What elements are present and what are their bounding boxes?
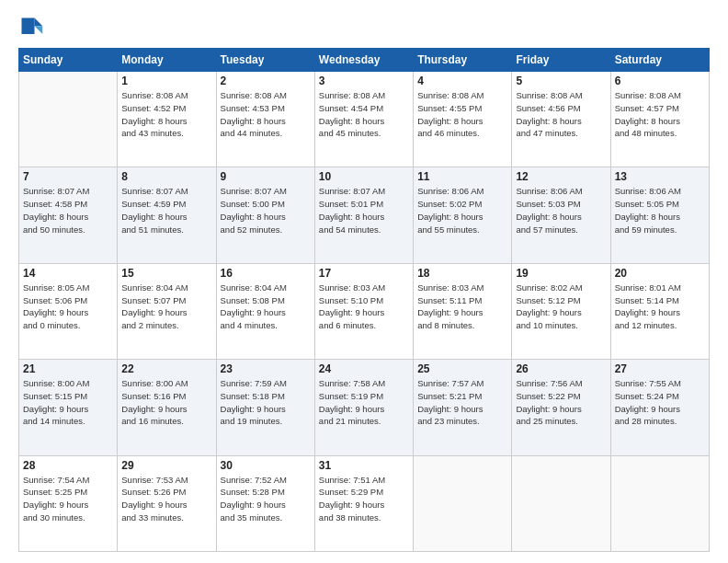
day-info: Sunrise: 8:08 AMSunset: 4:54 PMDaylight:…	[319, 89, 409, 140]
day-info: Sunrise: 8:08 AMSunset: 4:52 PMDaylight:…	[121, 89, 211, 140]
day-number: 21	[23, 362, 113, 375]
day-info: Sunrise: 8:07 AMSunset: 5:00 PMDaylight:…	[221, 185, 311, 236]
calendar-week-row: 1Sunrise: 8:08 AMSunset: 4:52 PMDaylight…	[19, 72, 710, 167]
day-number: 4	[417, 75, 507, 87]
calendar-cell: 25Sunrise: 7:57 AMSunset: 5:21 PMDayligh…	[414, 360, 512, 455]
day-number: 29	[121, 459, 211, 472]
calendar-cell: 26Sunrise: 7:56 AMSunset: 5:22 PMDayligh…	[512, 360, 610, 455]
day-number: 14	[23, 267, 113, 280]
calendar-table: SundayMondayTuesdayWednesdayThursdayFrid…	[18, 48, 710, 552]
calendar-cell: 27Sunrise: 7:55 AMSunset: 5:24 PMDayligh…	[610, 360, 709, 455]
calendar-cell	[610, 455, 709, 551]
calendar-week-row: 14Sunrise: 8:05 AMSunset: 5:06 PMDayligh…	[19, 263, 710, 359]
column-header-thursday: Thursday	[414, 49, 512, 72]
day-info: Sunrise: 7:57 AMSunset: 5:21 PMDaylight:…	[417, 377, 507, 428]
calendar-cell: 13Sunrise: 8:06 AMSunset: 5:05 PMDayligh…	[610, 167, 709, 263]
day-number: 16	[221, 267, 311, 280]
day-number: 24	[319, 362, 409, 375]
day-info: Sunrise: 8:07 AMSunset: 4:58 PMDaylight:…	[23, 185, 113, 236]
calendar-cell: 30Sunrise: 7:52 AMSunset: 5:28 PMDayligh…	[216, 455, 314, 551]
calendar-cell: 18Sunrise: 8:03 AMSunset: 5:11 PMDayligh…	[414, 263, 512, 359]
logo	[18, 15, 50, 40]
day-info: Sunrise: 8:08 AMSunset: 4:55 PMDaylight:…	[417, 89, 507, 140]
calendar-cell: 31Sunrise: 7:51 AMSunset: 5:29 PMDayligh…	[314, 455, 413, 551]
column-header-saturday: Saturday	[610, 49, 709, 72]
day-info: Sunrise: 8:03 AMSunset: 5:10 PMDaylight:…	[319, 282, 409, 332]
logo-icon	[18, 15, 44, 40]
column-header-wednesday: Wednesday	[314, 49, 413, 72]
calendar-cell: 14Sunrise: 8:05 AMSunset: 5:06 PMDayligh…	[19, 263, 118, 359]
day-info: Sunrise: 8:03 AMSunset: 5:11 PMDaylight:…	[417, 282, 507, 332]
day-info: Sunrise: 7:53 AMSunset: 5:26 PMDaylight:…	[121, 474, 211, 524]
calendar-week-row: 28Sunrise: 7:54 AMSunset: 5:25 PMDayligh…	[19, 455, 710, 551]
day-number: 15	[121, 267, 211, 280]
day-number: 8	[121, 170, 211, 183]
column-header-monday: Monday	[118, 49, 216, 72]
calendar-cell: 11Sunrise: 8:06 AMSunset: 5:02 PMDayligh…	[414, 167, 512, 263]
day-info: Sunrise: 7:51 AMSunset: 5:29 PMDaylight:…	[319, 474, 409, 524]
calendar-cell	[19, 72, 118, 167]
day-info: Sunrise: 7:59 AMSunset: 5:18 PMDaylight:…	[221, 377, 311, 428]
calendar-cell: 10Sunrise: 8:07 AMSunset: 5:01 PMDayligh…	[314, 167, 413, 263]
day-number: 11	[417, 170, 507, 183]
calendar-cell	[414, 455, 512, 551]
calendar-cell: 3Sunrise: 8:08 AMSunset: 4:54 PMDaylight…	[314, 72, 413, 167]
calendar-cell: 5Sunrise: 8:08 AMSunset: 4:56 PMDaylight…	[512, 72, 610, 167]
day-number: 17	[319, 267, 409, 280]
day-info: Sunrise: 8:01 AMSunset: 5:14 PMDaylight:…	[615, 282, 705, 332]
day-info: Sunrise: 8:04 AMSunset: 5:07 PMDaylight:…	[121, 282, 211, 332]
day-info: Sunrise: 8:07 AMSunset: 5:01 PMDaylight:…	[319, 185, 409, 236]
calendar-cell: 21Sunrise: 8:00 AMSunset: 5:15 PMDayligh…	[19, 360, 118, 455]
day-info: Sunrise: 8:06 AMSunset: 5:02 PMDaylight:…	[417, 185, 507, 236]
day-number: 27	[615, 362, 705, 375]
day-info: Sunrise: 8:00 AMSunset: 5:15 PMDaylight:…	[23, 377, 113, 428]
day-info: Sunrise: 8:08 AMSunset: 4:57 PMDaylight:…	[615, 89, 705, 140]
day-number: 22	[121, 362, 211, 375]
day-info: Sunrise: 8:00 AMSunset: 5:16 PMDaylight:…	[121, 377, 211, 428]
svg-marker-1	[35, 26, 43, 34]
svg-rect-2	[22, 18, 35, 35]
day-number: 10	[319, 170, 409, 183]
calendar-cell: 9Sunrise: 8:07 AMSunset: 5:00 PMDaylight…	[216, 167, 314, 263]
calendar-week-row: 7Sunrise: 8:07 AMSunset: 4:58 PMDaylight…	[19, 167, 710, 263]
calendar-cell: 15Sunrise: 8:04 AMSunset: 5:07 PMDayligh…	[118, 263, 216, 359]
day-info: Sunrise: 8:02 AMSunset: 5:12 PMDaylight:…	[516, 282, 606, 332]
calendar-cell: 29Sunrise: 7:53 AMSunset: 5:26 PMDayligh…	[118, 455, 216, 551]
calendar-cell: 2Sunrise: 8:08 AMSunset: 4:53 PMDaylight…	[216, 72, 314, 167]
day-info: Sunrise: 7:55 AMSunset: 5:24 PMDaylight:…	[615, 377, 705, 428]
day-number: 18	[417, 267, 507, 280]
day-info: Sunrise: 8:07 AMSunset: 4:59 PMDaylight:…	[121, 185, 211, 236]
day-info: Sunrise: 8:05 AMSunset: 5:06 PMDaylight:…	[23, 282, 113, 332]
day-number: 30	[221, 459, 311, 472]
day-info: Sunrise: 8:08 AMSunset: 4:56 PMDaylight:…	[516, 89, 606, 140]
day-number: 5	[516, 75, 606, 87]
day-number: 1	[121, 75, 211, 87]
column-header-sunday: Sunday	[19, 49, 118, 72]
column-header-tuesday: Tuesday	[216, 49, 314, 72]
svg-marker-0	[35, 18, 43, 27]
calendar-cell: 4Sunrise: 8:08 AMSunset: 4:55 PMDaylight…	[414, 72, 512, 167]
calendar-cell: 22Sunrise: 8:00 AMSunset: 5:16 PMDayligh…	[118, 360, 216, 455]
day-number: 20	[615, 267, 705, 280]
calendar-cell: 7Sunrise: 8:07 AMSunset: 4:58 PMDaylight…	[19, 167, 118, 263]
calendar-cell: 19Sunrise: 8:02 AMSunset: 5:12 PMDayligh…	[512, 263, 610, 359]
calendar-cell: 8Sunrise: 8:07 AMSunset: 4:59 PMDaylight…	[118, 167, 216, 263]
calendar-cell: 24Sunrise: 7:58 AMSunset: 5:19 PMDayligh…	[314, 360, 413, 455]
day-info: Sunrise: 7:54 AMSunset: 5:25 PMDaylight:…	[23, 474, 113, 524]
day-number: 31	[319, 459, 409, 472]
day-info: Sunrise: 8:06 AMSunset: 5:03 PMDaylight:…	[516, 185, 606, 236]
day-info: Sunrise: 8:06 AMSunset: 5:05 PMDaylight:…	[615, 185, 705, 236]
calendar-cell: 17Sunrise: 8:03 AMSunset: 5:10 PMDayligh…	[314, 263, 413, 359]
calendar-cell: 6Sunrise: 8:08 AMSunset: 4:57 PMDaylight…	[610, 72, 709, 167]
day-number: 3	[319, 75, 409, 87]
day-number: 7	[23, 170, 113, 183]
page: SundayMondayTuesdayWednesdayThursdayFrid…	[0, 0, 728, 563]
day-number: 23	[221, 362, 311, 375]
day-number: 19	[516, 267, 606, 280]
day-info: Sunrise: 8:04 AMSunset: 5:08 PMDaylight:…	[221, 282, 311, 332]
calendar-cell: 1Sunrise: 8:08 AMSunset: 4:52 PMDaylight…	[118, 72, 216, 167]
day-number: 13	[615, 170, 705, 183]
day-number: 25	[417, 362, 507, 375]
day-number: 28	[23, 459, 113, 472]
calendar-cell: 20Sunrise: 8:01 AMSunset: 5:14 PMDayligh…	[610, 263, 709, 359]
